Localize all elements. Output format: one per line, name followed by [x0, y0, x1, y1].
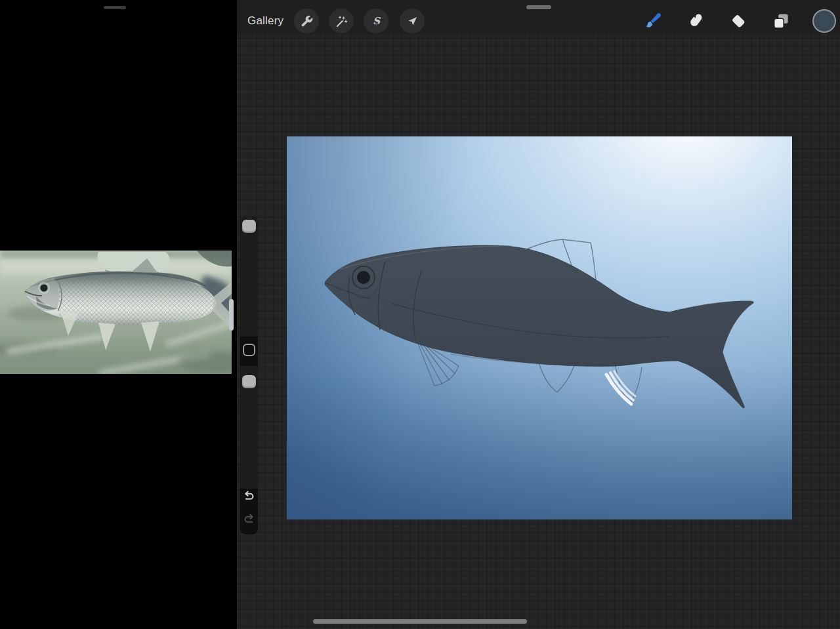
eraser-icon — [728, 11, 748, 31]
undo-arrow-icon — [242, 490, 257, 505]
home-indicator[interactable] — [313, 619, 527, 624]
actions-button[interactable] — [294, 9, 319, 33]
fish-painting — [287, 136, 792, 519]
fish-body — [325, 245, 753, 408]
opacity-handle[interactable] — [242, 375, 256, 388]
gallery-button[interactable]: Gallery — [247, 14, 284, 28]
split-divider-handle[interactable] — [229, 299, 234, 331]
brush-size-slider[interactable] — [240, 216, 258, 336]
split-screen: Gallery S — [0, 0, 840, 629]
top-toolbar: Gallery S — [237, 0, 840, 34]
artwork-canvas[interactable] — [287, 136, 792, 519]
color-swatch-button[interactable] — [812, 9, 836, 33]
paintbrush-icon — [643, 11, 663, 31]
paint-tool-button[interactable] — [641, 9, 665, 33]
layers-icon — [771, 11, 791, 31]
svg-text:S: S — [373, 15, 381, 27]
tarpon-photo-image — [0, 251, 232, 374]
reference-photo-panel — [0, 0, 237, 629]
left-app-drag-handle[interactable] — [104, 6, 126, 9]
magic-wand-icon — [335, 14, 348, 28]
smudge-icon — [686, 11, 705, 31]
smudge-tool-button[interactable] — [684, 9, 707, 33]
selection-s-icon: S — [369, 14, 383, 28]
erase-tool-button[interactable] — [726, 9, 750, 33]
right-app-drag-handle[interactable] — [526, 5, 551, 9]
wrench-icon — [300, 14, 314, 28]
redo-arrow-icon — [242, 513, 257, 528]
adjustments-button[interactable] — [329, 9, 354, 33]
procreate-panel: Gallery S — [237, 0, 840, 629]
white-fin-strokes — [606, 371, 635, 404]
layers-button[interactable] — [769, 9, 793, 33]
undo-button[interactable] — [242, 490, 257, 505]
transform-button[interactable] — [400, 9, 425, 33]
brush-sidebar — [240, 216, 258, 535]
redo-button[interactable] — [242, 513, 257, 528]
modify-button[interactable] — [243, 344, 255, 356]
transform-arrow-icon — [406, 14, 419, 28]
brush-size-handle[interactable] — [242, 220, 256, 233]
reference-photo — [0, 251, 232, 374]
selection-button[interactable]: S — [364, 9, 388, 33]
